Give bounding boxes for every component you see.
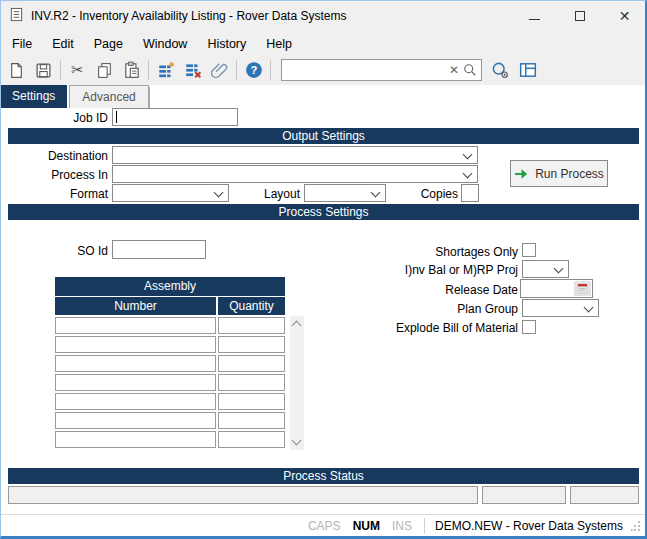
toolbar-separator: [270, 60, 271, 80]
clear-search-icon[interactable]: ✕: [445, 63, 463, 77]
cut-icon: ✂: [71, 61, 84, 79]
assembly-number-input[interactable]: [55, 431, 216, 448]
scroll-down-icon[interactable]: [292, 436, 302, 446]
assembly-number-input[interactable]: [55, 412, 216, 429]
resize-grip[interactable]: [631, 520, 641, 532]
assembly-number-input[interactable]: [55, 355, 216, 372]
layout-label: Layout: [240, 187, 300, 201]
job-id-label: Job ID: [8, 111, 108, 125]
close-button[interactable]: ✕: [602, 0, 647, 32]
calendar-icon: [577, 283, 588, 294]
assembly-row: [55, 317, 285, 334]
lookup-icon: [491, 61, 510, 80]
assembly-quantity-input[interactable]: [218, 393, 285, 410]
lookup-button[interactable]: [487, 57, 514, 83]
app-window: INV.R2 - Inventory Availability Listing …: [0, 0, 647, 539]
insert-row-button[interactable]: [152, 57, 179, 83]
assembly-quantity-header: Quantity: [218, 297, 285, 315]
tab-advanced[interactable]: Advanced: [69, 85, 148, 108]
run-arrow-icon: [514, 168, 529, 180]
tab-strip-edge: [149, 87, 150, 108]
minimize-icon: [529, 19, 540, 20]
plan-group-select[interactable]: [522, 299, 599, 317]
assembly-quantity-input[interactable]: [218, 355, 285, 372]
assembly-row: [55, 431, 285, 448]
destination-label: Destination: [8, 149, 108, 163]
layout-button[interactable]: [514, 57, 541, 83]
delete-row-button[interactable]: [179, 57, 206, 83]
attach-icon: [211, 61, 229, 79]
menu-history[interactable]: History: [197, 34, 256, 54]
menu-window[interactable]: Window: [133, 34, 197, 54]
assembly-quantity-input[interactable]: [218, 336, 285, 353]
assembly-number-input[interactable]: [55, 393, 216, 410]
assembly-quantity-input[interactable]: [218, 412, 285, 429]
minimize-button[interactable]: [512, 0, 557, 32]
menu-file[interactable]: File: [2, 34, 42, 54]
assembly-row: [55, 412, 285, 429]
toolbar-separator: [148, 60, 149, 80]
new-document-button[interactable]: [3, 57, 30, 83]
assembly-quantity-input[interactable]: [218, 317, 285, 334]
assembly-rows: [55, 317, 285, 448]
copies-label: Copies: [398, 187, 458, 201]
menu-help[interactable]: Help: [256, 34, 302, 54]
assembly-scrollbar[interactable]: [290, 316, 304, 450]
assembly-number-header: Number: [55, 297, 216, 315]
attach-button[interactable]: [206, 57, 233, 83]
assembly-grid-title: Assembly: [55, 277, 285, 296]
assembly-row: [55, 336, 285, 353]
assembly-quantity-input[interactable]: [218, 431, 285, 448]
paste-icon: [123, 61, 141, 79]
title-bar: INV.R2 - Inventory Availability Listing …: [0, 0, 647, 32]
ins-indicator: INS: [392, 519, 412, 533]
search-input[interactable]: [286, 63, 445, 77]
menu-page[interactable]: Page: [84, 34, 133, 54]
release-date-input[interactable]: [520, 279, 593, 298]
maximize-button[interactable]: [557, 0, 602, 32]
close-icon: ✕: [619, 9, 631, 23]
format-select[interactable]: [112, 184, 229, 202]
status-bar: CAPS NUM INS DEMO.NEW - Rover Data Syste…: [0, 514, 647, 536]
assembly-row: [55, 374, 285, 391]
calendar-button[interactable]: [574, 281, 591, 296]
layout-select[interactable]: [304, 184, 386, 202]
num-indicator: NUM: [353, 519, 380, 533]
process-in-select[interactable]: [112, 165, 478, 183]
format-label: Format: [8, 187, 108, 201]
assembly-row: [55, 393, 285, 410]
copy-button[interactable]: [91, 57, 118, 83]
assembly-number-input[interactable]: [55, 374, 216, 391]
session-name: DEMO.NEW - Rover Data Systems: [435, 519, 623, 533]
menu-edit[interactable]: Edit: [42, 34, 84, 54]
cut-button[interactable]: ✂: [64, 57, 91, 83]
process-status-field-2: [482, 486, 566, 504]
so-id-input[interactable]: [112, 240, 206, 259]
shortages-only-checkbox[interactable]: [522, 243, 536, 257]
paste-button[interactable]: [118, 57, 145, 83]
assembly-number-input[interactable]: [55, 317, 216, 334]
explode-bom-checkbox[interactable]: [522, 320, 536, 334]
search-icon[interactable]: [463, 63, 477, 77]
assembly-quantity-input[interactable]: [218, 374, 285, 391]
assembly-number-input[interactable]: [55, 336, 216, 353]
insert-row-icon: [157, 61, 175, 79]
tab-settings[interactable]: Settings: [0, 85, 67, 108]
help-button[interactable]: ?: [240, 57, 267, 83]
help-icon: ?: [245, 61, 263, 79]
assembly-grid: Assembly Number Quantity: [55, 277, 285, 448]
text-caret: [116, 111, 117, 123]
process-status-field-3: [570, 486, 639, 504]
process-status-header: Process Status: [8, 468, 639, 484]
job-id-input[interactable]: [112, 108, 238, 126]
search-box: ✕: [281, 59, 482, 81]
run-process-button[interactable]: Run Process: [510, 160, 608, 187]
inv-bal-mrp-select[interactable]: [522, 260, 569, 278]
copies-input[interactable]: [461, 184, 479, 202]
scroll-up-icon[interactable]: [292, 321, 302, 331]
destination-select[interactable]: [112, 146, 478, 164]
explode-bom-label: Explode Bill of Material: [358, 321, 518, 335]
chevron-down-icon: [214, 188, 224, 198]
save-button[interactable]: [30, 57, 57, 83]
toolbar-separator: [60, 60, 61, 80]
